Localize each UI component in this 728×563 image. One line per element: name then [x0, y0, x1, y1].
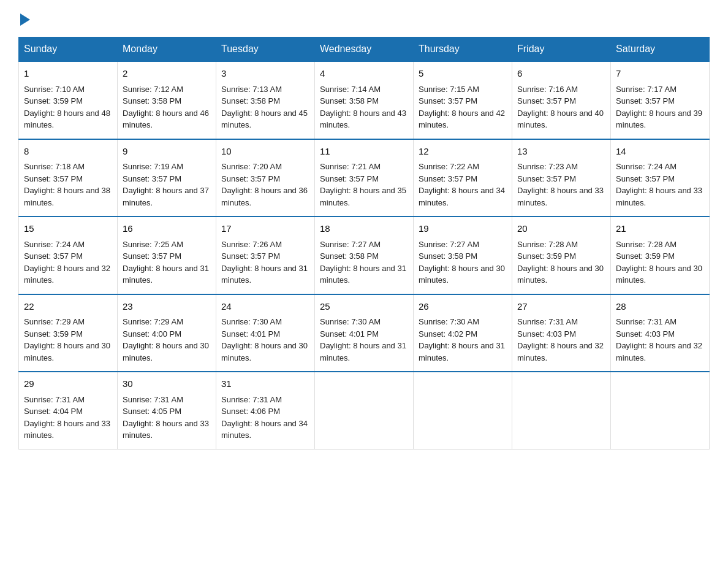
day-number: 23 — [123, 300, 211, 314]
day-info: Sunrise: 7:24 AMSunset: 3:57 PMDaylight:… — [616, 162, 702, 207]
week-row-1: 1Sunrise: 7:10 AMSunset: 3:59 PMDaylight… — [19, 61, 710, 139]
week-row-4: 22Sunrise: 7:29 AMSunset: 3:59 PMDayligh… — [19, 294, 710, 372]
day-info: Sunrise: 7:28 AMSunset: 3:59 PMDaylight:… — [616, 240, 702, 285]
day-number: 4 — [320, 67, 408, 81]
day-number: 10 — [221, 145, 309, 159]
day-cell — [414, 372, 512, 449]
day-cell: 27Sunrise: 7:31 AMSunset: 4:03 PMDayligh… — [512, 294, 611, 372]
day-number: 13 — [517, 145, 605, 159]
day-cell: 28Sunrise: 7:31 AMSunset: 4:03 PMDayligh… — [611, 294, 710, 372]
day-cell: 18Sunrise: 7:27 AMSunset: 3:58 PMDayligh… — [315, 216, 414, 294]
day-cell: 23Sunrise: 7:29 AMSunset: 4:00 PMDayligh… — [118, 294, 216, 372]
day-number: 27 — [517, 300, 605, 314]
day-info: Sunrise: 7:15 AMSunset: 3:57 PMDaylight:… — [419, 85, 505, 130]
week-row-3: 15Sunrise: 7:24 AMSunset: 3:57 PMDayligh… — [19, 216, 710, 294]
day-cell: 17Sunrise: 7:26 AMSunset: 3:57 PMDayligh… — [216, 216, 315, 294]
day-info: Sunrise: 7:17 AMSunset: 3:57 PMDaylight:… — [616, 85, 702, 130]
day-cell: 3Sunrise: 7:13 AMSunset: 3:58 PMDaylight… — [216, 61, 315, 139]
day-number: 6 — [517, 67, 605, 81]
header-wednesday: Wednesday — [315, 37, 414, 62]
day-info: Sunrise: 7:30 AMSunset: 4:01 PMDaylight:… — [221, 317, 308, 362]
day-info: Sunrise: 7:27 AMSunset: 3:58 PMDaylight:… — [419, 240, 505, 285]
day-info: Sunrise: 7:30 AMSunset: 4:02 PMDaylight:… — [419, 317, 505, 362]
day-cell: 10Sunrise: 7:20 AMSunset: 3:57 PMDayligh… — [216, 139, 315, 217]
day-cell: 6Sunrise: 7:16 AMSunset: 3:57 PMDaylight… — [512, 61, 611, 139]
day-cell: 13Sunrise: 7:23 AMSunset: 3:57 PMDayligh… — [512, 139, 611, 217]
day-number: 28 — [616, 300, 704, 314]
day-info: Sunrise: 7:16 AMSunset: 3:57 PMDaylight:… — [517, 85, 604, 130]
day-info: Sunrise: 7:26 AMSunset: 3:57 PMDaylight:… — [221, 240, 308, 285]
day-cell: 25Sunrise: 7:30 AMSunset: 4:01 PMDayligh… — [315, 294, 414, 372]
day-info: Sunrise: 7:31 AMSunset: 4:06 PMDaylight:… — [221, 395, 308, 440]
day-number: 29 — [24, 377, 112, 391]
header-sunday: Sunday — [19, 37, 118, 62]
day-cell — [512, 372, 611, 449]
day-info: Sunrise: 7:12 AMSunset: 3:58 PMDaylight:… — [123, 85, 209, 130]
day-cell: 30Sunrise: 7:31 AMSunset: 4:05 PMDayligh… — [118, 372, 216, 449]
day-number: 5 — [419, 67, 507, 81]
day-number: 18 — [320, 222, 408, 236]
day-info: Sunrise: 7:31 AMSunset: 4:03 PMDaylight:… — [517, 317, 604, 362]
day-cell: 8Sunrise: 7:18 AMSunset: 3:57 PMDaylight… — [19, 139, 118, 217]
day-info: Sunrise: 7:10 AMSunset: 3:59 PMDaylight:… — [24, 85, 110, 130]
day-info: Sunrise: 7:31 AMSunset: 4:04 PMDaylight:… — [24, 395, 110, 440]
day-number: 20 — [517, 222, 605, 236]
day-cell: 24Sunrise: 7:30 AMSunset: 4:01 PMDayligh… — [216, 294, 315, 372]
day-number: 26 — [419, 300, 507, 314]
day-number: 3 — [221, 67, 309, 81]
day-info: Sunrise: 7:23 AMSunset: 3:57 PMDaylight:… — [517, 162, 604, 207]
day-cell: 20Sunrise: 7:28 AMSunset: 3:59 PMDayligh… — [512, 216, 611, 294]
day-cell: 26Sunrise: 7:30 AMSunset: 4:02 PMDayligh… — [414, 294, 512, 372]
day-number: 9 — [123, 145, 211, 159]
logo-arrow-icon — [20, 13, 30, 26]
day-number: 16 — [123, 222, 211, 236]
day-info: Sunrise: 7:29 AMSunset: 3:59 PMDaylight:… — [24, 317, 110, 362]
day-cell: 15Sunrise: 7:24 AMSunset: 3:57 PMDayligh… — [19, 216, 118, 294]
week-row-2: 8Sunrise: 7:18 AMSunset: 3:57 PMDaylight… — [19, 139, 710, 217]
logo — [18, 12, 30, 26]
header-thursday: Thursday — [414, 37, 512, 62]
day-cell: 1Sunrise: 7:10 AMSunset: 3:59 PMDaylight… — [19, 61, 118, 139]
day-info: Sunrise: 7:27 AMSunset: 3:58 PMDaylight:… — [320, 240, 406, 285]
header-tuesday: Tuesday — [216, 37, 315, 62]
header-saturday: Saturday — [611, 37, 710, 62]
week-row-5: 29Sunrise: 7:31 AMSunset: 4:04 PMDayligh… — [19, 372, 710, 449]
header-monday: Monday — [118, 37, 216, 62]
day-info: Sunrise: 7:24 AMSunset: 3:57 PMDaylight:… — [24, 240, 110, 285]
day-cell: 22Sunrise: 7:29 AMSunset: 3:59 PMDayligh… — [19, 294, 118, 372]
calendar-table: SundayMondayTuesdayWednesdayThursdayFrid… — [18, 37, 710, 450]
day-number: 1 — [24, 67, 112, 81]
day-number: 30 — [123, 377, 211, 391]
day-number: 25 — [320, 300, 408, 314]
day-info: Sunrise: 7:18 AMSunset: 3:57 PMDaylight:… — [24, 162, 110, 207]
day-number: 17 — [221, 222, 309, 236]
day-info: Sunrise: 7:31 AMSunset: 4:03 PMDaylight:… — [616, 317, 702, 362]
day-cell: 19Sunrise: 7:27 AMSunset: 3:58 PMDayligh… — [414, 216, 512, 294]
day-cell: 11Sunrise: 7:21 AMSunset: 3:57 PMDayligh… — [315, 139, 414, 217]
day-info: Sunrise: 7:25 AMSunset: 3:57 PMDaylight:… — [123, 240, 209, 285]
day-info: Sunrise: 7:13 AMSunset: 3:58 PMDaylight:… — [221, 85, 308, 130]
header-friday: Friday — [512, 37, 611, 62]
day-cell: 14Sunrise: 7:24 AMSunset: 3:57 PMDayligh… — [611, 139, 710, 217]
day-cell — [611, 372, 710, 449]
day-cell: 4Sunrise: 7:14 AMSunset: 3:58 PMDaylight… — [315, 61, 414, 139]
calendar-header-row: SundayMondayTuesdayWednesdayThursdayFrid… — [19, 37, 710, 62]
day-number: 31 — [221, 377, 309, 391]
day-cell: 5Sunrise: 7:15 AMSunset: 3:57 PMDaylight… — [414, 61, 512, 139]
day-cell: 12Sunrise: 7:22 AMSunset: 3:57 PMDayligh… — [414, 139, 512, 217]
day-cell: 7Sunrise: 7:17 AMSunset: 3:57 PMDaylight… — [611, 61, 710, 139]
day-number: 21 — [616, 222, 704, 236]
day-number: 2 — [123, 67, 211, 81]
day-cell: 31Sunrise: 7:31 AMSunset: 4:06 PMDayligh… — [216, 372, 315, 449]
day-cell: 9Sunrise: 7:19 AMSunset: 3:57 PMDaylight… — [118, 139, 216, 217]
day-number: 8 — [24, 145, 112, 159]
day-info: Sunrise: 7:31 AMSunset: 4:05 PMDaylight:… — [123, 395, 209, 440]
day-cell: 21Sunrise: 7:28 AMSunset: 3:59 PMDayligh… — [611, 216, 710, 294]
day-number: 7 — [616, 67, 704, 81]
day-cell: 2Sunrise: 7:12 AMSunset: 3:58 PMDaylight… — [118, 61, 216, 139]
page-header — [18, 12, 710, 26]
day-number: 14 — [616, 145, 704, 159]
day-info: Sunrise: 7:30 AMSunset: 4:01 PMDaylight:… — [320, 317, 406, 362]
day-info: Sunrise: 7:20 AMSunset: 3:57 PMDaylight:… — [221, 162, 308, 207]
day-number: 15 — [24, 222, 112, 236]
